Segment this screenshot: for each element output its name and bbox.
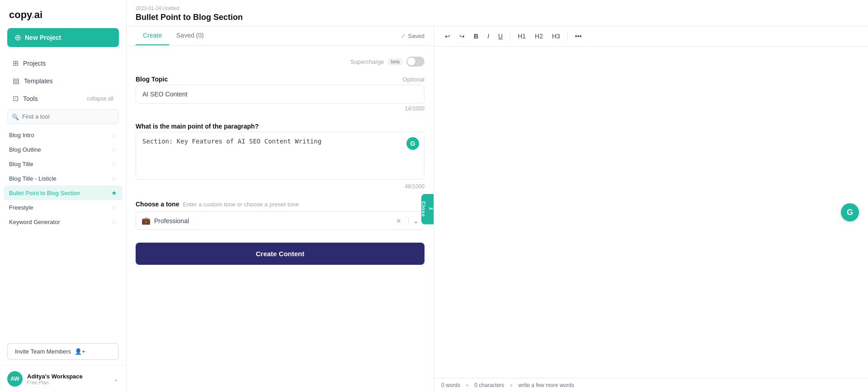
collapse-all-button[interactable]: collapse all	[87, 96, 113, 102]
plus-icon: ⊕	[14, 33, 21, 43]
tone-emoji: 💼	[142, 216, 151, 225]
star-icon[interactable]: ☆	[111, 218, 117, 225]
tool-list: Blog Intro ☆ Blog Outline ☆ Blog Title ☆…	[0, 128, 126, 338]
star-icon[interactable]: ☆	[111, 175, 117, 182]
h3-button[interactable]: H3	[548, 31, 564, 42]
create-content-button[interactable]: Create Content	[136, 243, 425, 265]
search-input[interactable]	[7, 109, 119, 124]
top-bar: 2023-01-24 Untitled Bullet Point to Blog…	[127, 0, 868, 26]
tone-select[interactable]: 💼 Professional ✕ | ⌄	[136, 211, 425, 230]
tab-saved[interactable]: Saved (0)	[169, 26, 211, 45]
star-icon[interactable]: ☆	[111, 160, 117, 167]
tool-item-blog-title-listicle[interactable]: Blog Title - Listicle ☆	[4, 171, 123, 186]
supercharge-label: Supercharge	[350, 58, 384, 65]
close-panel-tab[interactable]: ✂ Close	[421, 194, 434, 225]
optional-label: Optional	[403, 76, 425, 83]
tools-icon: ⊡	[13, 94, 19, 103]
main-point-label: What is the main point of the paragraph?	[136, 123, 259, 130]
tone-chevron-icon[interactable]: ⌄	[413, 217, 419, 225]
form-body: Supercharge beta Blog Topic Optional 14/…	[127, 46, 434, 392]
italic-button[interactable]: I	[484, 31, 493, 42]
form-panel: Create Saved (0) ✓ Saved Supercharge bet…	[127, 26, 434, 392]
main-point-char-count: 48/1000	[136, 183, 425, 190]
main-point-wrapper: G	[136, 132, 425, 182]
tool-item-keyword-generator[interactable]: Keyword Generator ☆	[4, 215, 123, 229]
main-point-textarea[interactable]	[136, 132, 425, 180]
sidebar-item-templates[interactable]: ▤ Templates	[4, 72, 123, 90]
tool-search-box: 🔍	[7, 109, 119, 124]
tool-label: Blog Intro	[9, 132, 34, 139]
star-icon[interactable]: ☆	[111, 131, 117, 139]
star-icon[interactable]: ☆	[111, 204, 117, 211]
h2-button[interactable]: H2	[531, 31, 547, 42]
projects-label: Projects	[23, 60, 46, 67]
workspace-name: Aditya's Workspace	[27, 373, 83, 380]
editor-toolbar: ↩ ↪ B I U H1 H2 H3 •••	[434, 26, 868, 47]
star-icon[interactable]: ★	[111, 189, 117, 196]
redo-button[interactable]: ↪	[456, 31, 468, 42]
tone-clear-button[interactable]: ✕	[393, 217, 404, 225]
layout-icon: ▤	[13, 76, 19, 85]
tool-label: Keyword Generator	[9, 219, 60, 225]
sidebar-item-projects[interactable]: ⊞ Projects	[4, 54, 123, 72]
saved-status-text: Saved	[408, 33, 425, 39]
invite-team-members-button[interactable]: Invite Team Members 👤+	[7, 343, 119, 360]
tool-label: Blog Title - Listicle	[9, 175, 57, 182]
supercharge-toggle[interactable]	[406, 57, 425, 67]
page-title: Bullet Point to Blog Section	[136, 13, 859, 26]
word-count: 0 words	[441, 382, 460, 388]
char-count-display: 0 characters	[474, 382, 504, 388]
tone-hint: Enter a custom tone or choose a preset t…	[183, 201, 299, 208]
grammarly-icon: G	[406, 137, 419, 150]
tools-header: ⊡ Tools collapse all	[4, 90, 123, 107]
logo-area: copy.ai	[0, 0, 126, 28]
sidebar: copy.ai ⊕ New Project ⊞ Projects ▤ Templ…	[0, 0, 127, 392]
editor-body[interactable]: G	[434, 47, 868, 378]
tone-field: Choose a tone Enter a custom tone or cho…	[136, 201, 425, 230]
tone-divider: |	[408, 217, 410, 225]
check-icon: ✓	[401, 33, 406, 39]
tool-label: Freestyle	[9, 204, 33, 211]
saved-indicator: ✓ Saved	[401, 33, 425, 39]
user-plus-icon: 👤+	[75, 348, 85, 355]
bold-button[interactable]: B	[470, 31, 482, 42]
underline-button[interactable]: U	[495, 31, 506, 42]
close-icon: ✂	[429, 206, 434, 212]
logo: copy.ai	[9, 9, 42, 20]
tab-create[interactable]: Create	[136, 26, 169, 45]
chevron-down-icon[interactable]: ⌄	[113, 375, 119, 382]
page-breadcrumb: 2023-01-24 Untitled	[136, 5, 859, 11]
new-project-label: New Project	[25, 34, 61, 41]
toolbar-separator-2	[567, 32, 568, 41]
avatar-initials: AW	[10, 376, 19, 382]
supercharge-row: Supercharge beta	[136, 57, 425, 67]
tone-value: Professional	[154, 217, 390, 225]
star-icon[interactable]: ☆	[111, 146, 117, 153]
form-tabs: Create Saved (0) ✓ Saved	[127, 26, 434, 46]
tool-item-blog-outline[interactable]: Blog Outline ☆	[4, 142, 123, 157]
tool-item-freestyle[interactable]: Freestyle ☆	[4, 200, 123, 215]
main-point-field: What is the main point of the paragraph?…	[136, 123, 425, 190]
blog-topic-input[interactable]	[136, 85, 425, 104]
undo-button[interactable]: ↩	[441, 31, 454, 42]
tool-label: Blog Title	[9, 161, 33, 167]
new-project-button[interactable]: ⊕ New Project	[7, 28, 119, 47]
tool-item-blog-title[interactable]: Blog Title ☆	[4, 157, 123, 171]
grid-icon: ⊞	[13, 59, 19, 67]
beta-badge: beta	[388, 58, 403, 65]
more-options-button[interactable]: •••	[571, 31, 585, 42]
tool-item-bullet-point[interactable]: Bullet Point to Blog Section ★	[4, 186, 123, 200]
content-split: Create Saved (0) ✓ Saved Supercharge bet…	[127, 26, 868, 392]
toolbar-separator	[510, 32, 510, 41]
workspace-plan: Free Plan	[27, 380, 83, 385]
main-content: 2023-01-24 Untitled Bullet Point to Blog…	[127, 0, 868, 392]
close-tab-label: Close	[421, 201, 426, 217]
blog-topic-field: Blog Topic Optional 14/1000	[136, 76, 425, 112]
editor-panel: ↩ ↪ B I U H1 H2 H3 ••• G 0 words ● 0 cha…	[434, 26, 868, 392]
h1-button[interactable]: H1	[514, 31, 529, 42]
templates-label: Templates	[24, 77, 53, 85]
tool-item-blog-intro[interactable]: Blog Intro ☆	[4, 128, 123, 142]
editor-footer: 0 words ● 0 characters ● write a few mor…	[434, 378, 868, 392]
footer-dot-1: ●	[466, 382, 469, 388]
invite-label: Invite Team Members	[15, 348, 71, 355]
